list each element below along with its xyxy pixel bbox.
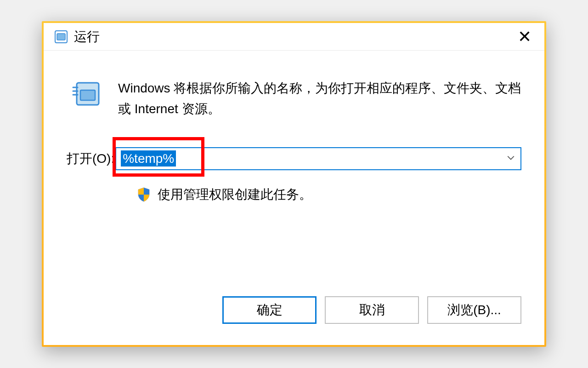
svg-rect-1 bbox=[57, 34, 65, 40]
run-dialog-icon bbox=[54, 29, 68, 44]
cancel-button[interactable]: 取消 bbox=[325, 296, 419, 324]
description-row: Windows 将根据你所输入的名称，为你打开相应的程序、文件夹、文档或 Int… bbox=[67, 78, 521, 120]
button-row: 确定 取消 浏览(B)... bbox=[67, 290, 521, 336]
shield-icon bbox=[136, 186, 152, 203]
selected-input-text: %temp% bbox=[121, 150, 176, 167]
titlebar: 运行 ✕ bbox=[44, 23, 544, 51]
open-label: 打开(O): bbox=[67, 150, 114, 167]
admin-privilege-row: 使用管理权限创建此任务。 bbox=[136, 186, 521, 203]
close-icon[interactable]: ✕ bbox=[514, 29, 535, 45]
input-wrapper: %temp% bbox=[115, 147, 521, 170]
browse-button[interactable]: 浏览(B)... bbox=[427, 296, 521, 324]
outer-frame: 运行 ✕ Windows 将根据你所输入的名称，为你打开相应的程序、文件夹、文档… bbox=[42, 21, 546, 347]
svg-rect-3 bbox=[80, 90, 95, 100]
window-title: 运行 bbox=[74, 28, 514, 46]
run-icon bbox=[70, 78, 103, 111]
admin-task-text: 使用管理权限创建此任务。 bbox=[158, 186, 312, 203]
run-dialog: 运行 ✕ Windows 将根据你所输入的名称，为你打开相应的程序、文件夹、文档… bbox=[44, 23, 544, 345]
description-text: Windows 将根据你所输入的名称，为你打开相应的程序、文件夹、文档或 Int… bbox=[118, 78, 521, 120]
open-combobox[interactable]: %temp% bbox=[115, 147, 521, 170]
ok-button[interactable]: 确定 bbox=[222, 296, 317, 324]
input-row: 打开(O): %temp% bbox=[67, 147, 521, 170]
dialog-content: Windows 将根据你所输入的名称，为你打开相应的程序、文件夹、文档或 Int… bbox=[44, 51, 544, 345]
input-selection: %temp% bbox=[121, 151, 176, 166]
